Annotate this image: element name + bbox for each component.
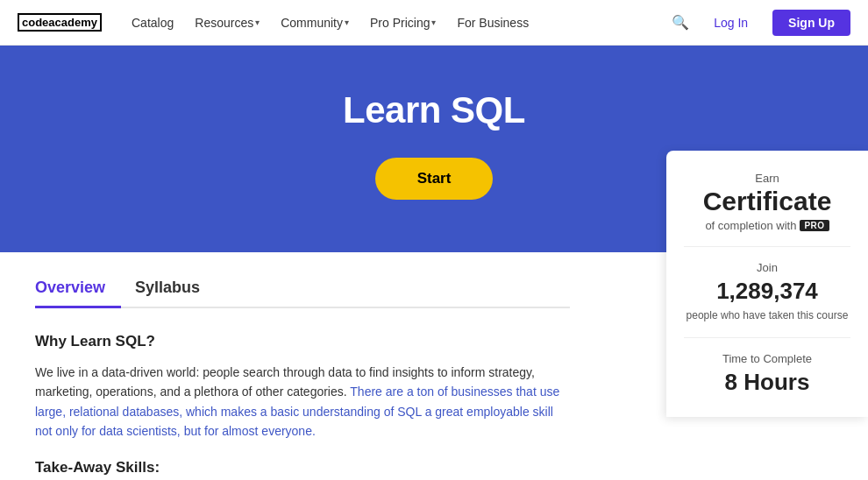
nav-item-resources[interactable]: Resources ▾ xyxy=(186,11,268,35)
logo-academy: academy xyxy=(48,16,97,29)
card-divider-2 xyxy=(684,337,850,338)
section1-body: We live in a data-driven world: people s… xyxy=(35,363,570,441)
card-divider-1 xyxy=(684,246,850,247)
search-icon[interactable]: 🔍 xyxy=(672,14,689,31)
hero-title: Learn SQL xyxy=(18,89,850,131)
tabs: Overview Syllabus xyxy=(35,270,570,308)
sidebar-card: Earn Certificate of completion with PRO … xyxy=(666,151,868,417)
section1-title: Why Learn SQL? xyxy=(35,333,570,350)
nav-item-pro-pricing[interactable]: Pro Pricing ▾ xyxy=(361,11,445,35)
login-button[interactable]: Log In xyxy=(700,11,762,35)
takeway-title: Take-Away Skills: xyxy=(35,459,570,476)
nav-right: 🔍 Log In Sign Up xyxy=(672,10,850,36)
logo[interactable]: codeacademy xyxy=(18,13,102,32)
content-area: Overview Syllabus Why Learn SQL? We live… xyxy=(0,252,605,480)
card-join-label: Join xyxy=(684,261,850,274)
card-people-text: people who have taken this course xyxy=(684,308,850,323)
card-earn-label: Earn xyxy=(684,172,850,185)
resources-caret-icon: ▾ xyxy=(255,18,260,27)
nav-item-community[interactable]: Community ▾ xyxy=(272,11,358,35)
pro-pricing-caret-icon: ▾ xyxy=(431,18,436,27)
start-button[interactable]: Start xyxy=(375,158,494,200)
pro-badge: PRO xyxy=(800,220,829,231)
community-caret-icon: ▾ xyxy=(345,18,349,27)
card-time-label: Time to Complete xyxy=(684,352,850,365)
logo-code: code xyxy=(22,16,48,29)
nav-item-catalog[interactable]: Catalog xyxy=(123,11,182,35)
card-completion-text: of completion with PRO xyxy=(684,219,850,232)
nav-links: Catalog Resources ▾ Community ▾ Pro Pric… xyxy=(123,11,672,35)
card-number: 1,289,374 xyxy=(684,278,850,305)
navbar: codeacademy Catalog Resources ▾ Communit… xyxy=(0,0,868,46)
nav-item-for-business[interactable]: For Business xyxy=(448,11,537,35)
tab-syllabus[interactable]: Syllabus xyxy=(135,270,216,308)
card-certificate-label: Certificate xyxy=(684,187,850,215)
hero-section: Learn SQL Start Earn Certificate of comp… xyxy=(0,46,868,252)
tab-overview[interactable]: Overview xyxy=(35,270,121,308)
signup-button[interactable]: Sign Up xyxy=(772,10,850,36)
card-hours: 8 Hours xyxy=(684,369,850,396)
